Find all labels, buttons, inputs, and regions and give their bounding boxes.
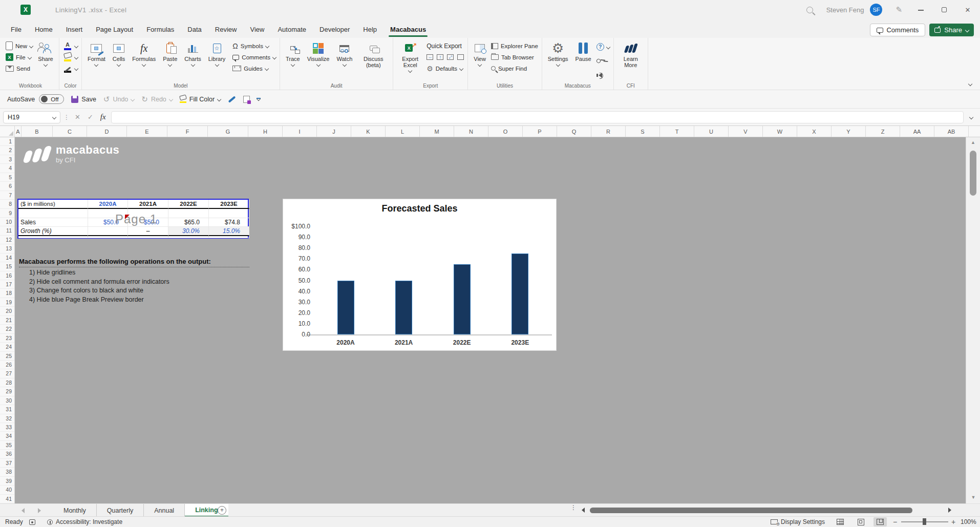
table-cell[interactable] (209, 236, 249, 238)
normal-view-button[interactable] (834, 517, 847, 527)
fill-color-qat-button[interactable]: Fill Color (180, 95, 221, 103)
table-cell[interactable] (168, 209, 209, 218)
format-painter-button[interactable] (228, 98, 236, 100)
row-header-24[interactable]: 24 (0, 343, 14, 351)
page-layout-view-button[interactable] (854, 517, 867, 527)
row-header-35[interactable]: 35 (0, 441, 14, 450)
accessibility-status[interactable]: Accessibility: Investigate (47, 517, 122, 527)
paste-special-button[interactable] (243, 96, 250, 103)
row-header-37[interactable]: 37 (0, 459, 14, 468)
column-header-L[interactable]: L (386, 126, 420, 137)
horizontal-scroll-thumb[interactable] (590, 508, 912, 513)
column-header-Y[interactable]: Y (832, 126, 866, 137)
menu-tab-macabacus[interactable]: Macabacus (384, 22, 433, 38)
workbook-share-button[interactable]: Share (36, 40, 55, 81)
tab-browser-button[interactable]: Tab Browser (491, 52, 538, 62)
column-header-U[interactable]: U (694, 126, 729, 137)
row-header-9[interactable]: 9 (0, 209, 14, 218)
sheet-tab-annual[interactable]: Annual (144, 504, 185, 517)
pause-button[interactable]: Pause (573, 40, 593, 81)
macro-record-button[interactable] (29, 517, 35, 527)
column-header-J[interactable]: J (317, 126, 351, 137)
table-cell[interactable]: – (128, 227, 168, 236)
row-header-28[interactable]: 28 (0, 378, 14, 387)
row-header-1[interactable]: 1 (0, 137, 14, 146)
menu-tab-file[interactable]: File (4, 22, 28, 38)
row-header-29[interactable]: 29 (0, 387, 14, 396)
row-header-13[interactable]: 13 (0, 244, 14, 253)
watch-button[interactable]: Watch (334, 40, 354, 81)
sheet-nav-left-icon[interactable] (22, 508, 25, 513)
zoom-in-button[interactable]: + (951, 517, 955, 527)
column-header-D[interactable]: D (87, 126, 127, 137)
learn-more-button[interactable]: Learn More (617, 40, 644, 81)
row-header-5[interactable]: 5 (0, 173, 14, 182)
row-header-14[interactable]: 14 (0, 254, 14, 262)
comments-button[interactable]: Comments (870, 24, 925, 36)
export-excel-button[interactable]: XExport Excel (397, 40, 423, 81)
zoom-slider-handle[interactable] (923, 518, 926, 525)
column-header-V[interactable]: V (729, 126, 763, 137)
export-height-icon[interactable]: ↕ (437, 54, 443, 60)
cancel-formula-icon[interactable]: ✕ (73, 113, 82, 121)
table-cell[interactable] (168, 236, 209, 238)
row-header-2[interactable]: 2 (0, 146, 14, 155)
share-dropdown-icon[interactable] (965, 28, 969, 32)
row-header-16[interactable]: 16 (0, 271, 14, 280)
export-expand-icon[interactable]: ⤢ (447, 54, 454, 60)
table-col-2021A[interactable]: 2021A (128, 200, 168, 209)
row-header-40[interactable]: 40 (0, 486, 14, 494)
row-header-20[interactable]: 20 (0, 307, 14, 315)
row-header-36[interactable]: 36 (0, 450, 14, 458)
column-header-O[interactable]: O (488, 126, 523, 137)
symbols-button[interactable]: ΩSymbols (232, 40, 276, 51)
row-header-22[interactable]: 22 (0, 325, 14, 333)
column-header-B[interactable]: B (22, 126, 53, 137)
table-cell[interactable] (88, 236, 128, 238)
row-header-38[interactable]: 38 (0, 468, 14, 476)
pen-mode-icon[interactable]: ✎ (896, 5, 902, 14)
column-header-G[interactable]: G (208, 126, 248, 137)
row-header-31[interactable]: 31 (0, 405, 14, 414)
menu-tab-automate[interactable]: Automate (271, 22, 313, 38)
column-header-N[interactable]: N (454, 126, 488, 137)
row-header-34[interactable]: 34 (0, 432, 14, 440)
file-button[interactable]: XFile (6, 52, 33, 62)
vertical-scroll-thumb[interactable] (970, 151, 976, 196)
excel-app-icon[interactable]: X (20, 5, 31, 15)
column-header-I[interactable]: I (283, 126, 317, 137)
charts-button[interactable]: Charts (182, 40, 203, 81)
sheet-tab-monthly[interactable]: Monthly (53, 504, 97, 517)
row-header-33[interactable]: 33 (0, 423, 14, 432)
hscroll-right-icon[interactable] (948, 508, 951, 513)
menu-tab-home[interactable]: Home (28, 22, 59, 38)
formula-input[interactable] (111, 111, 964, 123)
collapse-ribbon-icon[interactable] (968, 82, 972, 86)
row-header-18[interactable]: 18 (0, 289, 14, 298)
row-header-21[interactable]: 21 (0, 316, 14, 325)
namebox-splitter[interactable]: ⋮ (63, 114, 70, 121)
row-header-7[interactable]: 7 (0, 191, 14, 200)
row-header-15[interactable]: 15 (0, 262, 14, 271)
zoom-out-button[interactable]: − (893, 517, 897, 527)
table-cell[interactable] (18, 236, 88, 238)
column-header-M[interactable]: M (420, 126, 454, 137)
formulas-button[interactable]: fxFormulas (130, 40, 158, 81)
row-header-25[interactable]: 25 (0, 352, 14, 361)
sheet-nav-right-icon[interactable] (38, 508, 41, 513)
row-header-30[interactable]: 30 (0, 396, 14, 405)
discuss-button[interactable]: Discuss (beta) (357, 40, 389, 81)
row-header-3[interactable]: 3 (0, 155, 14, 164)
comments-ribbon-button[interactable]: Comments (232, 52, 276, 62)
column-header-Q[interactable]: Q (557, 126, 591, 137)
column-header-X[interactable]: X (797, 126, 832, 137)
worksheet-grid[interactable]: 1234567891011121314151617181920212223242… (0, 137, 980, 503)
row-header-10[interactable]: 10 (0, 218, 14, 226)
export-plain-icon[interactable] (457, 54, 464, 60)
table-cell[interactable]: 15.0% (209, 227, 249, 236)
column-header-R[interactable]: R (591, 126, 626, 137)
row-header-26[interactable]: 26 (0, 361, 14, 369)
super-find-button[interactable]: Super Find (491, 63, 538, 74)
column-header-AB[interactable]: AB (934, 126, 969, 137)
undo-button[interactable]: ↺Undo (103, 95, 134, 104)
